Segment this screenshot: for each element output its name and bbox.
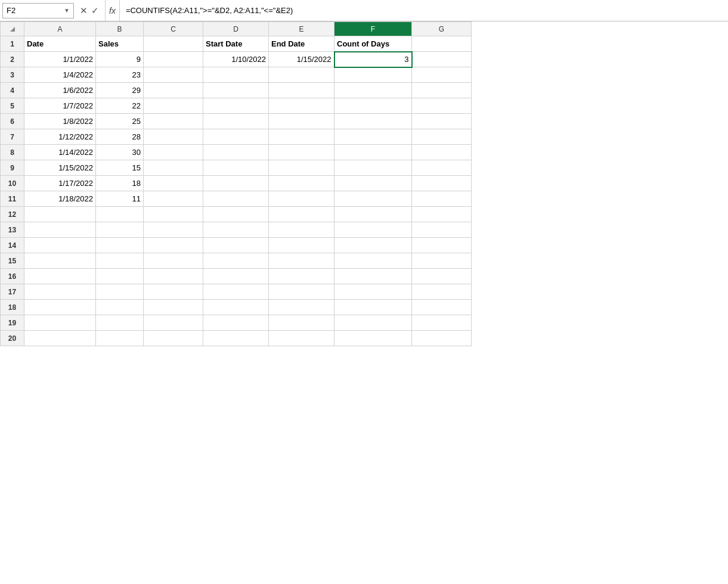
row-number-12[interactable]: 12	[1, 207, 24, 222]
cell-c2[interactable]	[144, 52, 203, 67]
cell-e2[interactable]: 1/15/2022	[269, 52, 334, 67]
cell-f6[interactable]	[334, 114, 412, 129]
cell-g4[interactable]	[412, 83, 472, 98]
cancel-formula-icon[interactable]: ✕	[80, 6, 88, 15]
cell-f16[interactable]	[334, 269, 412, 284]
cell-f1[interactable]: Count of Days	[334, 36, 412, 52]
cell-f10[interactable]	[334, 176, 412, 191]
row-number-5[interactable]: 5	[1, 98, 24, 114]
row-number-19[interactable]: 19	[1, 315, 24, 331]
cell-g20[interactable]	[412, 331, 472, 346]
cell-f14[interactable]	[334, 238, 412, 253]
cell-g13[interactable]	[412, 222, 472, 238]
cell-c9[interactable]	[144, 160, 203, 176]
cell-d19[interactable]	[203, 315, 269, 331]
row-number-20[interactable]: 20	[1, 331, 24, 346]
row-number-9[interactable]: 9	[1, 160, 24, 176]
cell-f13[interactable]	[334, 222, 412, 238]
cell-b8[interactable]: 30	[96, 145, 144, 160]
cell-e7[interactable]	[269, 129, 334, 145]
cell-b18[interactable]	[96, 300, 144, 315]
cell-f2[interactable]: 3	[334, 52, 412, 67]
cell-c13[interactable]	[144, 222, 203, 238]
cell-e9[interactable]	[269, 160, 334, 176]
name-box-dropdown-icon[interactable]: ▼	[64, 7, 70, 14]
cell-d14[interactable]	[203, 238, 269, 253]
cell-f3[interactable]	[334, 67, 412, 83]
cell-b11[interactable]: 11	[96, 191, 144, 207]
cell-d10[interactable]	[203, 176, 269, 191]
cell-f9[interactable]	[334, 160, 412, 176]
cell-e8[interactable]	[269, 145, 334, 160]
cell-b4[interactable]: 29	[96, 83, 144, 98]
cell-b2[interactable]: 9	[96, 52, 144, 67]
cell-f17[interactable]	[334, 284, 412, 300]
cell-d4[interactable]	[203, 83, 269, 98]
cell-f19[interactable]	[334, 315, 412, 331]
row-number-8[interactable]: 8	[1, 145, 24, 160]
row-number-17[interactable]: 17	[1, 284, 24, 300]
cell-c7[interactable]	[144, 129, 203, 145]
cell-e14[interactable]	[269, 238, 334, 253]
cell-b5[interactable]: 22	[96, 98, 144, 114]
cell-e17[interactable]	[269, 284, 334, 300]
cell-d17[interactable]	[203, 284, 269, 300]
cell-a2[interactable]: 1/1/2022	[24, 52, 96, 67]
cell-a9[interactable]: 1/15/2022	[24, 160, 96, 176]
cell-b7[interactable]: 28	[96, 129, 144, 145]
cell-e15[interactable]	[269, 253, 334, 269]
cell-c10[interactable]	[144, 176, 203, 191]
cell-g12[interactable]	[412, 207, 472, 222]
cell-g5[interactable]	[412, 98, 472, 114]
cell-g11[interactable]	[412, 191, 472, 207]
cell-a7[interactable]: 1/12/2022	[24, 129, 96, 145]
cell-d18[interactable]	[203, 300, 269, 315]
col-header-g[interactable]: G	[412, 22, 472, 36]
cell-d20[interactable]	[203, 331, 269, 346]
cell-a8[interactable]: 1/14/2022	[24, 145, 96, 160]
cell-b3[interactable]: 23	[96, 67, 144, 83]
cell-f18[interactable]	[334, 300, 412, 315]
cell-g14[interactable]	[412, 238, 472, 253]
cell-a12[interactable]	[24, 207, 96, 222]
row-number-10[interactable]: 10	[1, 176, 24, 191]
cell-a18[interactable]	[24, 300, 96, 315]
cell-d11[interactable]	[203, 191, 269, 207]
cell-e20[interactable]	[269, 331, 334, 346]
cell-e11[interactable]	[269, 191, 334, 207]
cell-c20[interactable]	[144, 331, 203, 346]
row-number-2[interactable]: 2	[1, 52, 24, 67]
cell-g3[interactable]	[412, 67, 472, 83]
cell-c11[interactable]	[144, 191, 203, 207]
confirm-formula-icon[interactable]: ✓	[91, 6, 99, 15]
col-header-e[interactable]: E	[269, 22, 334, 36]
cell-b19[interactable]	[96, 315, 144, 331]
cell-b17[interactable]	[96, 284, 144, 300]
cell-d15[interactable]	[203, 253, 269, 269]
cell-e12[interactable]	[269, 207, 334, 222]
row-number-3[interactable]: 3	[1, 67, 24, 83]
cell-f8[interactable]	[334, 145, 412, 160]
cell-b12[interactable]	[96, 207, 144, 222]
cell-a16[interactable]	[24, 269, 96, 284]
cell-b15[interactable]	[96, 253, 144, 269]
col-header-d[interactable]: D	[203, 22, 269, 36]
row-number-15[interactable]: 15	[1, 253, 24, 269]
cell-f7[interactable]	[334, 129, 412, 145]
cell-c14[interactable]	[144, 238, 203, 253]
cell-g18[interactable]	[412, 300, 472, 315]
cell-b16[interactable]	[96, 269, 144, 284]
cell-a20[interactable]	[24, 331, 96, 346]
cell-a5[interactable]: 1/7/2022	[24, 98, 96, 114]
cell-b6[interactable]: 25	[96, 114, 144, 129]
col-header-f[interactable]: F	[334, 22, 412, 36]
cell-b14[interactable]	[96, 238, 144, 253]
cell-e10[interactable]	[269, 176, 334, 191]
cell-a17[interactable]	[24, 284, 96, 300]
cell-c16[interactable]	[144, 269, 203, 284]
col-header-a[interactable]: A	[24, 22, 96, 36]
cell-e19[interactable]	[269, 315, 334, 331]
cell-a13[interactable]	[24, 222, 96, 238]
cell-g10[interactable]	[412, 176, 472, 191]
cell-c6[interactable]	[144, 114, 203, 129]
